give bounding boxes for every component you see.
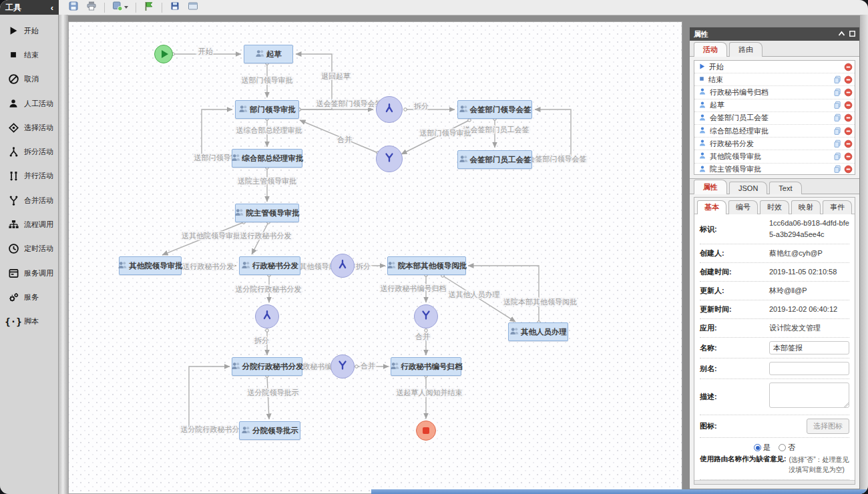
delete-activity-button[interactable] — [844, 165, 853, 174]
tab-路由[interactable]: 路由 — [729, 42, 763, 57]
tool-item-人工活动[interactable]: 人工活动 — [0, 91, 58, 115]
edge-line[interactable] — [401, 120, 469, 154]
delete-activity-button[interactable] — [844, 101, 853, 109]
node-起草[interactable]: 起草 — [244, 45, 293, 63]
edge-line[interactable] — [189, 366, 239, 431]
tab-属性[interactable]: 属性 — [694, 180, 727, 194]
copy-activity-button[interactable] — [833, 152, 842, 161]
tab-JSON[interactable]: JSON — [729, 182, 767, 194]
node-merge[interactable] — [331, 354, 355, 379]
radio-icon[interactable] — [779, 444, 786, 451]
workflow-canvas[interactable]: 开始送部门领导审批退回起草送会签部门领导会签拆分送会签部门员工会签送会签部门领导… — [68, 21, 682, 494]
export-image-button[interactable] — [111, 1, 130, 14]
tool-item-流程调用[interactable]: 流程调用 — [0, 212, 58, 236]
activity-list-row[interactable]: 其他院领导审批 — [694, 150, 855, 163]
detail-tabs: 属性JSONText — [690, 178, 859, 194]
tool-item-取消[interactable]: 取消 — [0, 67, 58, 91]
save-button[interactable] — [67, 1, 80, 14]
node-部门领导审批[interactable]: 部门领导审批 — [235, 100, 299, 119]
copy-activity-button[interactable] — [833, 88, 842, 97]
collapse-panel-icon[interactable] — [838, 30, 845, 38]
copy-activity-button[interactable] — [833, 140, 842, 148]
node-院主管领导审批[interactable]: 院主管领导审批 — [235, 204, 299, 222]
tool-item-服务[interactable]: 服务 — [0, 285, 58, 309]
save-local-button[interactable] — [168, 1, 182, 14]
delete-activity-button[interactable] — [844, 75, 853, 84]
node-split[interactable] — [331, 254, 355, 278]
delete-activity-button[interactable] — [844, 140, 853, 148]
node-行政秘书编号归档[interactable]: 行政秘书编号归档 — [391, 357, 461, 376]
select-icon-button[interactable]: 选择图标 — [807, 419, 849, 434]
window-scrollbar[interactable] — [860, 15, 868, 494]
tool-item-开始[interactable]: 开始 — [0, 19, 58, 43]
tab-时效[interactable]: 时效 — [760, 200, 789, 214]
node-merge[interactable] — [414, 304, 438, 328]
node-行政秘书分发[interactable]: 行政秘书分发 — [239, 256, 300, 275]
delete-activity-button[interactable] — [844, 63, 853, 71]
edge-line[interactable] — [267, 376, 269, 419]
tool-item-服务调用[interactable]: 服务调用 — [0, 261, 58, 285]
activity-list-row[interactable]: 院主管领导审批 — [694, 164, 855, 176]
node-其他人员办理[interactable]: 其他人员办理 — [508, 322, 568, 341]
node-分院行政秘书分发[interactable]: 分院行政秘书分发 — [232, 357, 302, 376]
dropdown-caret-icon[interactable] — [124, 6, 128, 9]
field-description-textarea[interactable] — [769, 383, 849, 408]
copy-activity-button[interactable] — [833, 113, 842, 122]
tab-基本[interactable]: 基本 — [697, 200, 726, 214]
node-merge[interactable] — [376, 146, 403, 172]
tool-item-定时活动[interactable]: 定时活动 — [0, 237, 58, 261]
activity-list-row[interactable]: 综合部总经理审批 — [694, 125, 855, 138]
delete-activity-button[interactable] — [844, 127, 853, 136]
copy-activity-button[interactable] — [833, 165, 842, 174]
radio-option-是[interactable]: 是 — [754, 443, 771, 453]
tab-活动[interactable]: 活动 — [694, 42, 727, 57]
validate-button[interactable] — [142, 1, 156, 14]
node-split[interactable] — [255, 304, 279, 328]
tool-item-选择活动[interactable]: 选择活动 — [0, 115, 58, 140]
tool-item-并行活动[interactable]: 并行活动 — [0, 164, 58, 188]
delete-activity-button[interactable] — [844, 113, 853, 122]
node-其他院领导审批[interactable]: 其他院领导审批 — [119, 256, 182, 275]
collapse-sidebar-icon[interactable]: ‹ — [51, 3, 53, 12]
node-院本部其他领导阅批[interactable]: 院本部其他领导阅批 — [387, 256, 466, 275]
service-call-icon — [5, 268, 22, 279]
print-button[interactable] — [85, 1, 98, 14]
tool-item-合并活动[interactable]: 合并活动 — [0, 188, 58, 212]
activity-list-row[interactable]: 开始 — [694, 61, 855, 73]
delete-activity-button[interactable] — [844, 152, 853, 161]
delete-activity-button[interactable] — [844, 88, 853, 97]
tab-编号[interactable]: 编号 — [728, 200, 758, 214]
activity-list-row[interactable]: 行政秘书编号归档 — [694, 86, 855, 99]
tab-映射[interactable]: 映射 — [791, 200, 821, 214]
people-icon — [238, 104, 248, 115]
tool-item-脚本[interactable]: {·}脚本 — [0, 310, 58, 334]
activity-list-row[interactable]: 行政秘书分发 — [694, 138, 855, 150]
tool-item-拆分活动[interactable]: 拆分活动 — [0, 140, 58, 164]
radio-option-否[interactable]: 否 — [779, 443, 795, 453]
tab-Text[interactable]: Text — [769, 182, 801, 194]
node-综合部总经理审批[interactable]: 综合部总经理审批 — [232, 149, 302, 168]
tool-item-结束[interactable]: 结束 — [0, 43, 58, 67]
maximize-panel-icon[interactable] — [849, 30, 855, 38]
radio-icon[interactable] — [754, 444, 761, 451]
toggle-properties-button[interactable] — [186, 1, 200, 14]
sidebar-splitter[interactable] — [59, 15, 68, 494]
node-会签部门员工会签[interactable]: 会签部门员工会签 — [457, 150, 532, 169]
edge-source-dot — [468, 119, 471, 122]
node-split[interactable] — [376, 96, 403, 123]
node-start[interactable] — [154, 45, 173, 63]
node-会签部门领导会签[interactable]: 会签部门领导会签 — [457, 100, 532, 119]
edge-line[interactable] — [535, 109, 571, 160]
activity-list-row[interactable]: 结束 — [694, 73, 855, 86]
field-alias-input[interactable] — [769, 362, 849, 375]
copy-activity-button[interactable] — [833, 127, 842, 136]
field-name-input[interactable] — [769, 341, 849, 354]
node-分院领导批示[interactable]: 分院领导批示 — [239, 421, 300, 440]
tab-事件[interactable]: 事件 — [823, 200, 852, 214]
activity-list-row[interactable]: 起草 — [694, 99, 855, 112]
copy-activity-button[interactable] — [833, 75, 842, 84]
edge-line[interactable] — [202, 109, 232, 158]
node-end[interactable] — [416, 421, 436, 441]
copy-activity-button[interactable] — [833, 101, 842, 109]
activity-list-row[interactable]: 会签部门员工会签 — [694, 112, 855, 125]
